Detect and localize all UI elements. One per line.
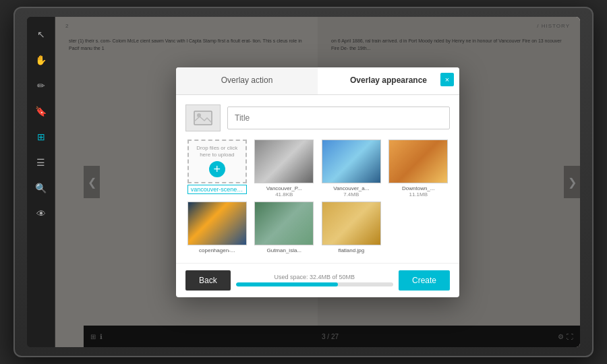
list-item[interactable]: Vancouver_P... 41.8KB (253, 140, 316, 198)
file-name: flatland.jpg (338, 247, 364, 253)
file-name: Downtown_... (402, 185, 434, 191)
upload-area-item[interactable]: Drop files or click here to upload + van… (185, 140, 249, 198)
main-content: 2 ster (1) their s. com- Colom McLe cien… (55, 17, 580, 347)
dialog-tabs: Overlay action Overlay appearance × (176, 67, 459, 95)
back-button[interactable]: Back (185, 270, 231, 291)
selected-file-label: vancouver-scene.jpg (187, 185, 247, 194)
file-thumbnail[interactable] (187, 202, 247, 245)
file-size: 41.8KB (275, 191, 293, 198)
upload-plus-icon[interactable]: + (209, 161, 225, 177)
file-name: Vancouver_P... (266, 185, 302, 191)
file-thumbnail[interactable] (322, 140, 381, 183)
eye-icon[interactable]: 👁 (30, 203, 52, 224)
list-item[interactable]: copenhagen-... (185, 202, 249, 253)
grid-icon[interactable]: ⊞ (30, 126, 52, 148)
dialog-footer: Back Used space: 32.4MB of 50MB Create (176, 263, 459, 297)
upload-dropzone[interactable]: Drop files or click here to upload + (187, 140, 247, 183)
sidebar: ↖ ✋ ✏ 🔖 ⊞ ☰ 🔍 👁 (27, 17, 55, 347)
laptop-shell: ↖ ✋ ✏ 🔖 ⊞ ☰ 🔍 👁 2 ster (1) their s. com-… (13, 7, 594, 357)
file-size: 7.4MB (343, 191, 359, 198)
list-item[interactable]: Downtown_... 11.1MB (387, 140, 451, 198)
laptop-screen: ↖ ✋ ✏ 🔖 ⊞ ☰ 🔍 👁 2 ster (1) their s. com-… (27, 17, 580, 347)
pencil-icon[interactable]: ✏ (30, 75, 52, 96)
file-name: Vancouver_a... (333, 185, 369, 191)
list-icon[interactable]: ☰ (30, 152, 52, 173)
file-name: copenhagen-... (199, 247, 235, 253)
list-item[interactable]: Gutman_isla... (253, 202, 316, 253)
file-size: 11.1MB (409, 191, 428, 198)
storage-info: Used space: 32.4MB of 50MB (236, 274, 393, 286)
search-icon[interactable]: 🔍 (30, 177, 52, 199)
close-icon: × (445, 75, 449, 84)
upload-text: Drop files or click here to upload (192, 145, 243, 159)
title-row (185, 104, 450, 131)
dialog-body: Drop files or click here to upload + van… (176, 95, 459, 263)
tab-overlay-appearance[interactable]: Overlay appearance (318, 67, 459, 94)
storage-label: Used space: 32.4MB of 50MB (236, 274, 393, 280)
svg-rect-0 (194, 111, 212, 125)
file-thumbnail[interactable] (254, 202, 314, 245)
file-thumbnail[interactable] (254, 140, 314, 183)
image-placeholder-icon (185, 104, 221, 131)
storage-bar (236, 282, 393, 286)
title-input[interactable] (227, 107, 450, 129)
file-name: Gutman_isla... (266, 247, 301, 253)
list-item[interactable]: flatland.jpg (320, 202, 383, 253)
dialog: Overlay action Overlay appearance × (176, 67, 459, 297)
create-button[interactable]: Create (399, 270, 450, 291)
tab-overlay-action[interactable]: Overlay action (176, 67, 318, 94)
storage-fill (236, 282, 339, 286)
cursor-icon[interactable]: ↖ (30, 24, 52, 45)
list-item[interactable]: Vancouver_a... 7.4MB (320, 140, 383, 198)
close-button[interactable]: × (440, 73, 454, 86)
hand-icon[interactable]: ✋ (30, 49, 52, 71)
file-grid: Drop files or click here to upload + van… (185, 140, 450, 253)
file-thumbnail[interactable] (388, 140, 448, 183)
file-thumbnail[interactable] (322, 202, 381, 245)
dialog-overlay: Overlay action Overlay appearance × (55, 17, 580, 347)
bookmark-icon[interactable]: 🔖 (30, 100, 52, 122)
